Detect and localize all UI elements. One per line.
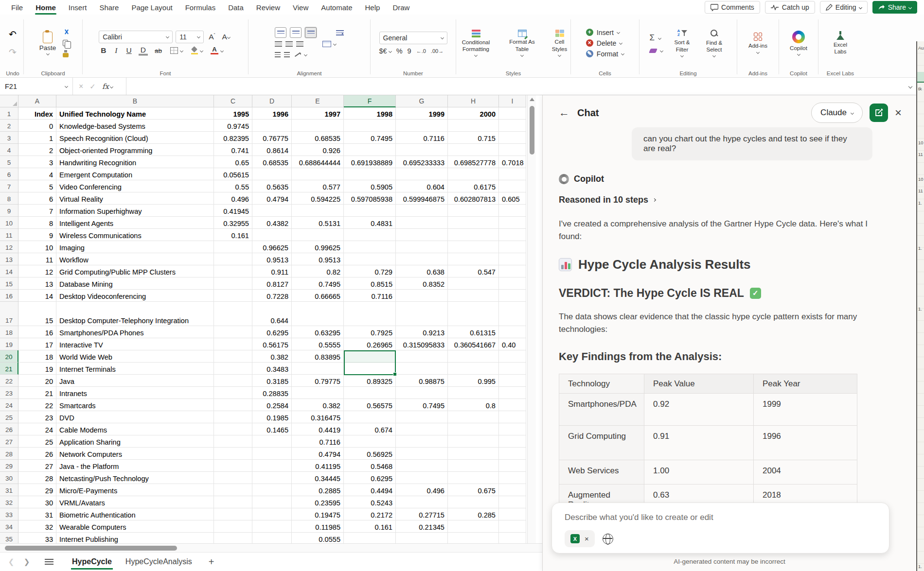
cell-I31[interactable] xyxy=(499,484,526,496)
cell-C35[interactable] xyxy=(214,533,252,543)
tab-formulas[interactable]: Formulas xyxy=(179,1,222,14)
confirm-entry-button[interactable]: ✓ xyxy=(89,82,96,91)
share-button[interactable]: Share xyxy=(872,1,917,14)
cell-F15[interactable]: 0.8515 xyxy=(344,277,396,290)
row-header-27[interactable]: 27 xyxy=(0,435,18,448)
cell-G9[interactable] xyxy=(396,205,448,217)
comma-format-button[interactable]: 9 xyxy=(408,47,411,55)
decrease-decimal-button[interactable]: .00→ xyxy=(431,48,444,54)
expand-formula-bar-button[interactable] xyxy=(908,84,912,88)
align-top-button[interactable] xyxy=(275,27,286,38)
cell-D35[interactable] xyxy=(252,533,292,543)
strikethrough-button[interactable]: ab xyxy=(153,47,164,55)
cell-H29[interactable] xyxy=(448,460,499,472)
cell-F25[interactable] xyxy=(344,411,396,423)
cell-F6[interactable] xyxy=(344,168,396,180)
font-size-select[interactable]: 11 xyxy=(176,31,204,43)
cell-H33[interactable]: 0.285 xyxy=(448,508,499,520)
cell-B23[interactable]: Intranets xyxy=(56,387,214,399)
cell-D7[interactable]: 0.5635 xyxy=(252,180,292,192)
cell-C22[interactable] xyxy=(214,375,252,387)
cell-F2[interactable] xyxy=(344,120,396,132)
row-header-35[interactable]: 35 xyxy=(0,533,18,543)
row-header-3[interactable]: 3 xyxy=(0,132,18,144)
vertical-scroll-thumb[interactable] xyxy=(530,106,534,155)
web-search-toggle-icon[interactable] xyxy=(603,534,613,544)
cell-F22[interactable]: 0.89325 xyxy=(344,375,396,387)
cell-A11[interactable]: 9 xyxy=(18,229,56,241)
row-header-20[interactable]: 20 xyxy=(0,350,18,363)
row-header-26[interactable]: 26 xyxy=(0,423,18,435)
cell-C1[interactable]: 1995 xyxy=(214,107,252,120)
cell-H27[interactable] xyxy=(448,435,499,448)
cell-E26[interactable]: 0.4419 xyxy=(292,423,344,435)
cell-D25[interactable]: 0.1985 xyxy=(252,411,292,423)
horizontal-scroll-thumb[interactable] xyxy=(5,546,177,551)
increase-decimal-button[interactable]: ←.0 xyxy=(416,48,426,54)
copilot-button[interactable]: Copilot xyxy=(787,30,810,56)
prev-sheet-button[interactable]: ❮ xyxy=(6,557,17,566)
all-sheets-menu-button[interactable] xyxy=(45,559,53,565)
editing-mode-button[interactable]: Editing xyxy=(820,1,868,14)
cell-A7[interactable]: 5 xyxy=(18,180,56,192)
cell-I11[interactable] xyxy=(499,229,526,241)
cell-H30[interactable] xyxy=(448,472,499,484)
cell-D11[interactable] xyxy=(252,229,292,241)
cell-G20[interactable] xyxy=(396,350,448,363)
cell-G29[interactable] xyxy=(396,460,448,472)
row-header-22[interactable]: 22 xyxy=(0,375,18,387)
cell-G27[interactable] xyxy=(396,435,448,448)
row-header-10[interactable]: 10 xyxy=(0,217,18,229)
cell-C11[interactable]: 0.161 xyxy=(214,229,252,241)
cell-I14[interactable] xyxy=(499,265,526,277)
cell-F31[interactable]: 0.4494 xyxy=(344,484,396,496)
name-box[interactable]: F21 xyxy=(0,78,73,95)
cell-I24[interactable] xyxy=(499,399,526,411)
cell-C23[interactable] xyxy=(214,387,252,399)
cell-H35[interactable] xyxy=(448,533,499,543)
cell-H3[interactable]: 0.715 xyxy=(448,132,499,144)
cell-styles-button[interactable]: Cell Styles xyxy=(544,28,575,58)
borders-button[interactable] xyxy=(169,46,184,55)
cell-A30[interactable]: 28 xyxy=(18,472,56,484)
cell-I2[interactable] xyxy=(499,120,526,132)
cell-D29[interactable] xyxy=(252,460,292,472)
cell-E12[interactable]: 0.99625 xyxy=(292,241,344,253)
cell-B29[interactable]: Java - the Platform xyxy=(56,460,214,472)
row-header-21[interactable]: 21 xyxy=(0,363,18,375)
cell-H13[interactable] xyxy=(448,253,499,265)
cell-H24[interactable]: 0.8 xyxy=(448,399,499,411)
cell-D9[interactable] xyxy=(252,205,292,217)
cell-G17[interactable] xyxy=(396,302,448,326)
cell-G21[interactable] xyxy=(396,363,448,375)
cell-F33[interactable]: 0.2172 xyxy=(344,508,396,520)
cell-F10[interactable]: 0.4831 xyxy=(344,217,396,229)
cell-I17[interactable] xyxy=(499,302,526,326)
cell-E13[interactable]: 0.9513 xyxy=(292,253,344,265)
column-header-E[interactable]: E xyxy=(292,95,344,107)
cell-D6[interactable] xyxy=(252,168,292,180)
cell-G18[interactable]: 0.9213 xyxy=(396,326,448,338)
cell-H10[interactable] xyxy=(448,217,499,229)
cell-C32[interactable] xyxy=(214,496,252,508)
cell-D2[interactable] xyxy=(252,120,292,132)
column-header-H[interactable]: H xyxy=(448,95,499,107)
row-header-18[interactable]: 18 xyxy=(0,326,18,338)
cell-A28[interactable]: 26 xyxy=(18,448,56,460)
row-header-4[interactable]: 4 xyxy=(0,144,18,156)
orientation-button[interactable] xyxy=(293,50,308,59)
addins-button[interactable]: Add-ins xyxy=(746,32,770,54)
cell-I34[interactable] xyxy=(499,520,526,533)
catch-up-button[interactable]: Catch up xyxy=(765,1,815,14)
cell-A10[interactable]: 8 xyxy=(18,217,56,229)
sheet-tab-hypecycle[interactable]: HypeCycle xyxy=(65,554,119,569)
cell-H32[interactable] xyxy=(448,496,499,508)
cell-F9[interactable] xyxy=(344,205,396,217)
cell-F20[interactable] xyxy=(344,350,396,363)
wrap-text-button[interactable] xyxy=(336,30,344,35)
cell-B4[interactable]: Object-oriented Programming xyxy=(56,144,214,156)
cell-G22[interactable]: 0.98875 xyxy=(396,375,448,387)
cell-F8[interactable]: 0.597085938 xyxy=(344,192,396,205)
cell-E10[interactable]: 0.5131 xyxy=(292,217,344,229)
cell-I1[interactable] xyxy=(499,107,526,120)
